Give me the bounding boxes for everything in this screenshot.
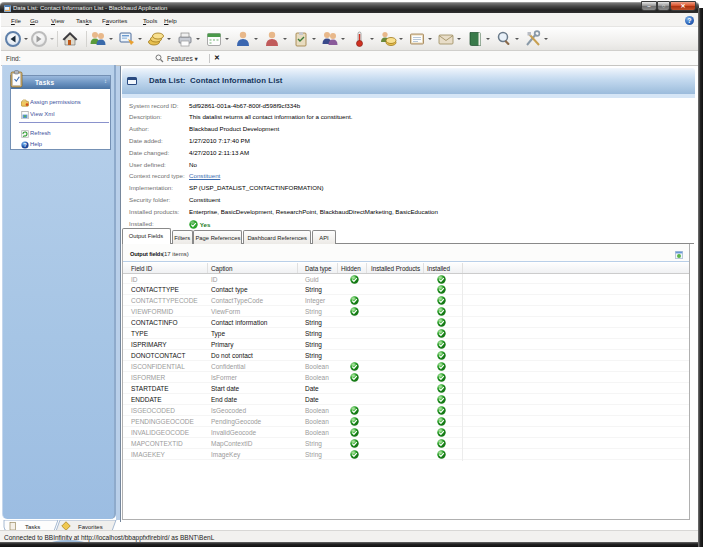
svg-text:Favorites: Favorites — [78, 524, 103, 530]
svg-text:Tasks: Tasks — [25, 524, 40, 530]
svg-text:?: ? — [24, 141, 27, 147]
